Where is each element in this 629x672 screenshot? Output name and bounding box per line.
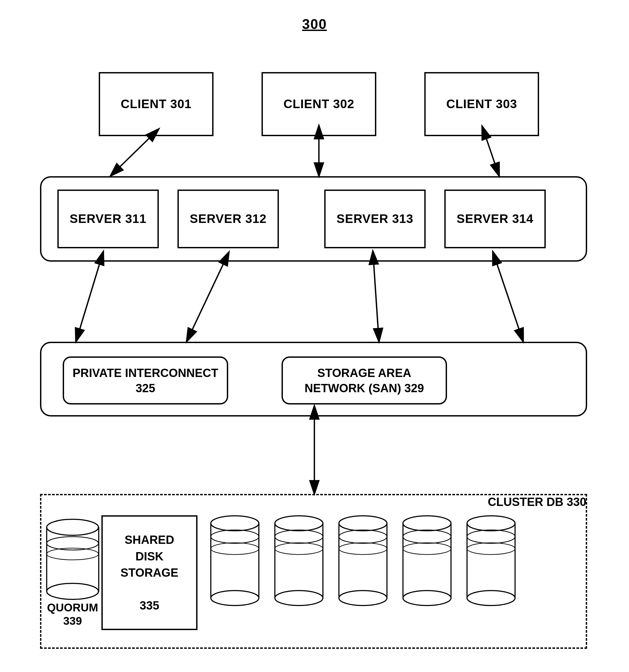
cluster-db-label: CLUSTER DB 330 [488, 495, 586, 509]
client-302-box: CLIENT 302 [261, 72, 376, 136]
san-box: STORAGE AREANETWORK (SAN) 329 [281, 356, 447, 405]
figure-number: 300 [302, 16, 327, 32]
server-group: SERVER 311 SERVER 312 SERVER 313 SERVER … [40, 176, 587, 262]
svg-line-4 [486, 137, 499, 176]
server-313-label: SERVER 313 [336, 211, 413, 227]
server-312-label: SERVER 312 [190, 211, 267, 227]
private-interconnect-box: PRIVATE INTERCONNECT325 [63, 356, 228, 405]
server-314-label: SERVER 314 [457, 211, 533, 227]
svg-line-7 [374, 262, 379, 341]
svg-line-8 [496, 262, 523, 341]
shared-disk-storage-label: SHAREDDISKSTORAGE335 [121, 532, 179, 614]
private-interconnect-label: PRIVATE INTERCONNECT325 [73, 365, 218, 396]
diagram: 300 CLIENT 301 CLIENT 302 CLIENT 303 SER… [0, 0, 629, 672]
server-311-label: SERVER 311 [70, 211, 147, 227]
client-302-label: CLIENT 302 [283, 96, 354, 112]
server-313-box: SERVER 313 [324, 190, 426, 248]
svg-line-6 [187, 262, 224, 341]
server-314-box: SERVER 314 [444, 190, 546, 248]
server-312-box: SERVER 312 [177, 190, 279, 248]
server-311-box: SERVER 311 [57, 190, 159, 248]
svg-line-2 [111, 137, 151, 176]
client-303-label: CLIENT 303 [446, 96, 517, 112]
client-301-box: CLIENT 301 [99, 72, 213, 136]
san-label: STORAGE AREANETWORK (SAN) 329 [304, 365, 424, 396]
client-303-box: CLIENT 303 [424, 72, 539, 136]
client-301-label: CLIENT 301 [121, 96, 192, 112]
shared-disk-storage-box: SHAREDDISKSTORAGE335 [101, 515, 198, 630]
network-group: PRIVATE INTERCONNECT325 STORAGE AREANETW… [40, 342, 587, 416]
svg-line-5 [76, 262, 100, 341]
